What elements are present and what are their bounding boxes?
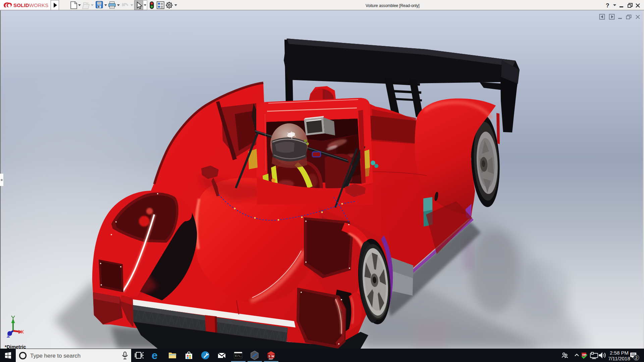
svg-text:S: S xyxy=(268,355,270,358)
svg-text:C:\_: C:\_ xyxy=(235,354,241,357)
svg-text:7/11/2018: 7/11/2018 xyxy=(608,356,630,361)
svg-text:2:58 PM: 2:58 PM xyxy=(610,350,629,356)
svg-text:e: e xyxy=(152,349,158,361)
svg-text:Voiture assomblee [Read-only]: Voiture assomblee [Read-only] xyxy=(366,3,420,8)
svg-text:2017: 2017 xyxy=(269,358,273,360)
svg-text:?: ? xyxy=(606,2,609,9)
svg-text:2: 2 xyxy=(635,356,638,360)
svg-text:Type here to search: Type here to search xyxy=(30,353,80,359)
svg-text:SOLIDWORKS: SOLIDWORKS xyxy=(13,2,49,8)
svg-text:W: W xyxy=(271,355,274,358)
